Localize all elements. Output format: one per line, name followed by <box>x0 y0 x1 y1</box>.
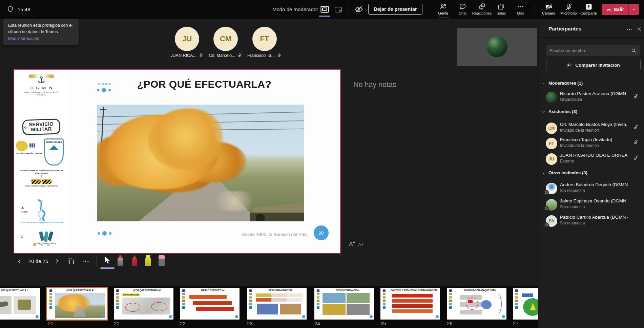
device-controls: Cámara Micrófono Comparte <box>539 1 599 18</box>
nav-more-label: Más <box>517 11 524 15</box>
slide-filmstrip: ¿POR QUÉ EFECTUARLA? ¿POR QUÉ EFECTUARLA… <box>0 286 538 328</box>
encryption-tooltip: Esta reunión está protegida con el cifra… <box>3 19 79 45</box>
share-screen-icon <box>585 3 593 11</box>
thumbnail-slide-25[interactable]: CONTROL Y REDUCCIÓN CONTAMINACIÓN <box>380 288 440 320</box>
stage-avatar-ft[interactable]: FT <box>252 27 277 51</box>
participant-status: Sin respuesta <box>560 188 585 193</box>
nav-rooms[interactable]: Salas <box>492 1 511 18</box>
logo-strip-footer-icons <box>14 243 68 246</box>
mic-off-icon <box>565 3 573 11</box>
thumbnail-title: ¿POR QUÉ EFECTUARLA? <box>55 289 105 292</box>
anchor-icon: ⚓ <box>21 205 24 210</box>
thumbnail-slide-23[interactable]: DESCONTAMINACIÓN <box>247 288 307 320</box>
thumbnail-slide-24[interactable]: DESCONTAMINACIÓN <box>314 288 374 320</box>
thumbnail-slide-22[interactable]: MARCO CONCEPTUAL <box>180 288 240 320</box>
participant-name: Andres Baladron Derpich (DGMN - ... <box>560 182 628 187</box>
panel-more-icon[interactable] <box>626 26 632 32</box>
ammo-crates-icon <box>17 179 66 184</box>
participant-row-andres[interactable]: Andres Baladron Derpich (DGMN - ... Sin … <box>539 181 644 196</box>
teams-meeting-window: 15:48 Modo de moderador Dejar de present… <box>0 0 644 328</box>
layout-selected-underline <box>319 16 330 17</box>
dogtag-hole-icon <box>24 127 26 129</box>
figures-icon <box>29 143 35 149</box>
screen-layout-icon[interactable] <box>320 4 330 14</box>
stage-avatar-ju[interactable]: JU <box>175 27 199 51</box>
presenter-layout-icon[interactable] <box>334 5 342 14</box>
slide-grid-button[interactable] <box>66 257 75 265</box>
leave-options-button[interactable] <box>628 4 639 15</box>
section-header-label: Moderadores (1) <box>548 81 583 86</box>
chevron-down-icon <box>631 7 636 12</box>
participant-row-ricardo[interactable]: Ricardo Pasten Aracena (DGMN ... Organiz… <box>539 90 644 105</box>
more-info-link[interactable]: Más información <box>8 36 39 41</box>
dgmn-acronym: D G M N <box>14 85 68 91</box>
participant-row-juan[interactable]: JU JUAN RICARDO OLATE URREA Externo <box>539 152 644 167</box>
nav-chat[interactable]: Chat <box>453 1 472 18</box>
thumbnail-number: 24 <box>314 321 320 326</box>
stage-avatar-cm[interactable]: CM <box>213 27 238 51</box>
chevron-down-icon <box>542 110 545 114</box>
no-response-icon <box>544 191 548 194</box>
share-invitation-label: Compartir invitación <box>575 63 620 68</box>
section-other-invitees[interactable]: Otros invitados (3) <box>539 170 644 177</box>
section-moderators[interactable]: Moderadores (1) <box>539 80 644 87</box>
dgmn-caption: DIRECCIÓN GENERAL DE MOVILIZACIÓN NACION… <box>23 92 60 96</box>
eraser-tool[interactable] <box>158 255 165 266</box>
previous-slide-button[interactable] <box>16 258 23 265</box>
servicio-militar-label: SERVICIO MILITAR <box>28 122 55 132</box>
nav-reactions[interactable]: Reacciones <box>472 1 492 18</box>
participant-row-patricio[interactable]: PA Patricio Carrillo Abarzúa (DGMN -DG) … <box>539 214 644 228</box>
participant-name: Francisco Tapia (Invitado) <box>560 137 628 142</box>
thumbnail-slide-27[interactable]: ZO <box>513 288 538 320</box>
thumbnail-slide-19[interactable]: ¿POR QUÉ EFECTUARLA? <box>0 288 40 320</box>
nav-people[interactable]: Gente <box>434 1 453 18</box>
share-button[interactable]: Comparte <box>579 1 599 18</box>
microphone-toggle[interactable]: Micrófono <box>559 1 579 18</box>
people-icon <box>439 3 447 10</box>
cursor-tool-button[interactable] <box>102 256 112 265</box>
military-vehicle <box>250 199 304 221</box>
thumbnail-slide-20-selected[interactable]: ¿POR QUÉ EFECTUARLA? <box>47 288 107 320</box>
share-invitation-button[interactable]: Compartir invitación <box>546 60 641 70</box>
leave-label: Salir <box>614 7 624 12</box>
leave-button[interactable]: Salir <box>602 4 639 15</box>
camera-toggle[interactable]: Cámara <box>539 1 559 18</box>
participants-panel: Participantes Compartir invitación Moder… <box>539 19 644 328</box>
pen-tool[interactable] <box>131 255 138 266</box>
nav-rooms-label: Salas <box>497 11 506 15</box>
thumbnail-slide-21[interactable]: ¿POR QUÉ EFECTUARLA? CONTAMINACIÓN <box>114 288 173 320</box>
search-input[interactable] <box>549 45 627 56</box>
nav-people-label: Gente <box>438 11 449 15</box>
section-attendees[interactable]: Asistentes (3) <box>539 109 644 115</box>
ley-movilizacion-label: LEY DE MOVILIZACIÓN Y RESERVA <box>16 152 42 154</box>
slide-logo-strip: ⚓ D G M N DIRECCIÓN GENERAL DE MOVILIZAC… <box>14 70 68 253</box>
panel-title: Participantes <box>548 26 581 32</box>
stage-name-ft: Francisco Ta... <box>241 53 288 58</box>
font-increase-button[interactable]: A <box>349 241 353 247</box>
eye-off-icon[interactable] <box>354 5 363 14</box>
participant-row-jaime[interactable]: Jaime Espinoza Ovando (DGMN - DE... Sin … <box>539 197 644 212</box>
mic-off-icon <box>633 155 639 161</box>
ley-artes-logo: ⚓ LEY DE ARTES MARCIALES <box>14 232 68 244</box>
nav-more[interactable]: Más <box>511 1 530 18</box>
presenter-control-bar: 20 de 75 <box>0 255 538 275</box>
participant-name: Crl. Marcelo... <box>209 53 235 58</box>
font-decrease-button[interactable]: A <box>358 242 361 247</box>
thumbnail-number: 25 <box>380 321 386 326</box>
stop-presenting-button[interactable]: Dejar de presentar <box>368 4 422 15</box>
close-icon[interactable] <box>637 26 642 32</box>
search-icon[interactable] <box>631 48 637 53</box>
highlighter-tool[interactable] <box>144 255 152 266</box>
dna-icon <box>34 199 49 221</box>
ley-quimicas-label: LEY DE CONVENCIÓN DE ARMAS QUÍMICAS Y BI… <box>14 221 68 224</box>
thumbnail-number: 20 <box>48 321 54 326</box>
participant-row-francisco[interactable]: FT Francisco Tapia (Invitado) Invitado d… <box>539 136 644 151</box>
encryption-tooltip-text: Esta reunión está protegida con el cifra… <box>8 22 74 35</box>
next-slide-button[interactable] <box>54 258 60 265</box>
camera-preview-tile[interactable] <box>457 28 537 66</box>
participant-row-marcelo[interactable]: CM Crl. Marcelo Bustos Moya (Invita... I… <box>539 121 644 136</box>
more-options-button[interactable] <box>81 257 90 265</box>
no-response-badge <box>544 222 549 227</box>
laser-pointer-tool[interactable] <box>117 255 124 266</box>
thumbnail-slide-26[interactable]: ZONIFICACIÓN ATAQUE CBRN <box>447 288 506 320</box>
